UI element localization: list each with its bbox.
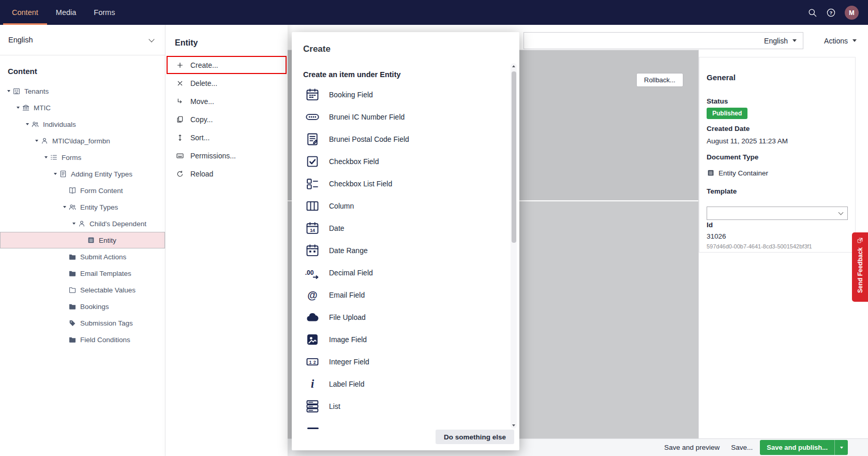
caret-icon[interactable] (33, 140, 40, 142)
publish-options-caret[interactable] (834, 440, 848, 455)
create-item[interactable]: List (292, 395, 519, 417)
create-item[interactable]: Checkbox List Field (292, 172, 519, 195)
template-select[interactable] (707, 207, 848, 220)
tree-item[interactable]: Adding Entity Types (0, 166, 165, 182)
document-name-field[interactable]: English (523, 32, 803, 49)
tag-icon (68, 319, 77, 327)
create-item[interactable]: Brunei Postal Code Field (292, 128, 519, 150)
document-type-label: Document Type (707, 153, 758, 161)
date-icon: 14 (305, 221, 320, 236)
scroll-up-icon[interactable] (512, 65, 515, 67)
tree-item[interactable]: Child's Dependent (0, 215, 165, 232)
svg-text:1: 1 (309, 359, 311, 364)
scrollbar-thumb[interactable] (512, 71, 516, 243)
create-item-label: Date (329, 224, 345, 232)
create-item[interactable]: i Label Field (292, 373, 519, 395)
create-item[interactable]: Image Field (292, 328, 519, 350)
sidebar: English Content Tenants MTIC Individuals (0, 25, 166, 456)
caret-icon[interactable] (42, 156, 50, 158)
section-tab[interactable]: Forms (85, 0, 124, 25)
variant-language-dropdown[interactable]: English (758, 33, 803, 49)
caret-icon[interactable] (24, 123, 31, 125)
dialog-scrollbar[interactable] (511, 63, 517, 429)
tree-item-label: Submission Tags (80, 319, 133, 327)
create-item[interactable]: .00 Decimal Field (292, 261, 519, 284)
tree-item-label: Submit Actions (80, 253, 126, 261)
tree-item[interactable]: Submit Actions (0, 248, 165, 265)
help-icon[interactable]: ? (826, 8, 836, 18)
context-menu-item-label: Reload (190, 170, 213, 178)
tree-item[interactable]: Entity (0, 232, 165, 248)
context-menu-item[interactable]: Delete... (167, 74, 287, 92)
tree-item[interactable]: Entity Types (0, 199, 165, 215)
tree-item-label: Selectable Values (80, 286, 136, 294)
caret-icon[interactable] (70, 223, 78, 225)
tree-item[interactable]: Selectable Values (0, 282, 165, 298)
create-item[interactable]: @ Email Field (292, 284, 519, 306)
context-menu-item[interactable]: Copy... (167, 110, 287, 128)
create-item[interactable]: File Upload (292, 306, 519, 328)
tree-item[interactable]: Submission Tags (0, 315, 165, 331)
tree-item-label: Form Content (80, 187, 123, 195)
create-item[interactable]: Date Range (292, 239, 519, 261)
context-menu-item[interactable]: Move... (167, 92, 287, 110)
create-item[interactable]: 12 Integer Field (292, 350, 519, 373)
tree-item[interactable]: MTIC (0, 99, 165, 116)
create-item[interactable]: 14 Date (292, 217, 519, 239)
send-feedback-tab[interactable]: Send Feedback (852, 232, 868, 302)
tree-item[interactable]: MTIC\ldap_formbn (0, 133, 165, 149)
tree-item[interactable]: Field Conditions (0, 331, 165, 348)
id-value: 31026 (707, 232, 726, 240)
svg-text:.00: .00 (305, 269, 314, 276)
document-type-text: Entity Container (719, 169, 768, 177)
tree-item[interactable]: Form Content (0, 182, 165, 199)
search-icon[interactable] (807, 8, 817, 18)
rollback-button[interactable]: Rollback... (636, 73, 683, 87)
section-tab[interactable]: Content (3, 0, 47, 25)
postal-code-icon (305, 132, 320, 146)
create-item-label: Booking Field (329, 91, 373, 99)
tree-item[interactable]: Forms (0, 149, 165, 166)
status-label: Status (707, 97, 728, 105)
avatar[interactable]: M (845, 6, 859, 20)
caret-icon[interactable] (14, 107, 22, 109)
tree-item[interactable]: Tenants (0, 83, 165, 99)
tree-item[interactable]: Email Templates (0, 265, 165, 282)
save-and-publish-label: Save and publish... (760, 440, 834, 455)
do-something-else-button[interactable]: Do something else (436, 430, 514, 444)
save-button[interactable]: Save... (731, 444, 753, 451)
create-item[interactable]: Column (292, 195, 519, 217)
create-item[interactable]: Checkbox Field (292, 150, 519, 172)
context-menu-item[interactable]: Create... (167, 56, 287, 74)
scroll-down-icon[interactable] (512, 424, 515, 426)
caret-icon[interactable] (5, 90, 12, 92)
caret-icon[interactable] (52, 173, 59, 175)
context-menu-item[interactable]: Sort... (167, 128, 287, 146)
save-and-preview-button[interactable]: Save and preview (664, 444, 720, 451)
context-menu-item[interactable]: Permissions... (167, 146, 287, 165)
save-and-publish-button[interactable]: Save and publish... (760, 440, 848, 455)
building-icon (12, 87, 21, 95)
tree-item[interactable]: Individuals (0, 116, 165, 133)
create-item[interactable]: Booking Field (292, 83, 519, 106)
id-label: Id (707, 221, 713, 229)
tree-item-label: MTIC\ldap_formbn (52, 137, 110, 145)
svg-text:@: @ (307, 289, 317, 300)
svg-text:i: i (311, 377, 315, 390)
create-item[interactable]: Brunei IC Number Field (292, 106, 519, 128)
create-item-label: Checkbox List Field (329, 180, 392, 188)
delete-icon (176, 79, 184, 87)
created-date-label: Created Date (707, 125, 750, 133)
actions-button[interactable]: Actions (824, 32, 857, 49)
language-selector[interactable]: English (0, 25, 165, 55)
caret-icon[interactable] (61, 206, 68, 208)
caret-down-icon (852, 39, 857, 42)
svg-text:14: 14 (310, 227, 315, 232)
tree-item[interactable]: Bookings (0, 298, 165, 315)
booking-calendar-icon (305, 87, 320, 102)
context-menu-item-label: Delete... (190, 79, 217, 87)
file-upload-icon (305, 310, 320, 325)
context-menu-item[interactable]: Reload (167, 165, 287, 183)
section-tab[interactable]: Media (47, 0, 85, 25)
section-tabs: Content Media Forms (0, 0, 124, 25)
